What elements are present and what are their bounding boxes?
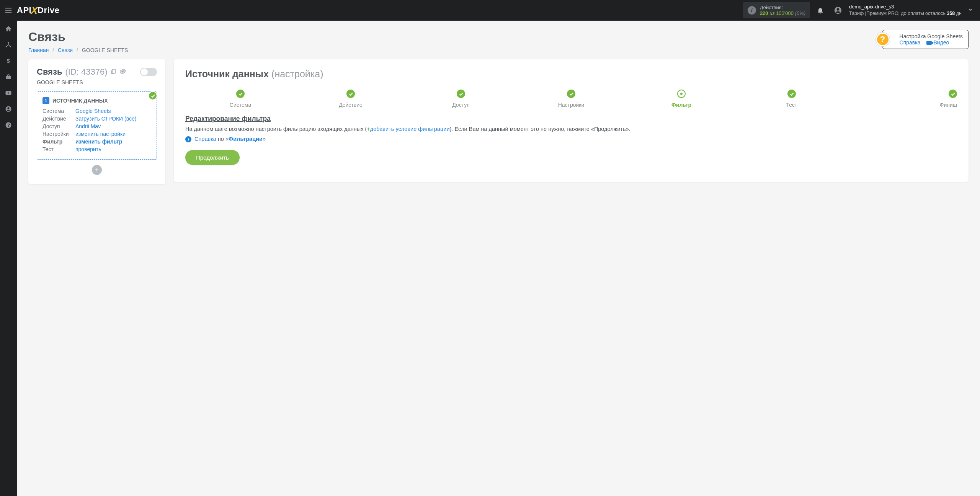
info-row: ДействиеЗагрузить СТРОКИ (все): [42, 116, 151, 122]
svg-point-5: [8, 42, 9, 43]
connection-subtitle: GOOGLE SHEETS: [37, 79, 157, 85]
logo-api: API: [17, 5, 31, 15]
svg-text:?: ?: [7, 123, 10, 127]
main-title: Источник данных (настройка): [185, 69, 957, 80]
step-current-icon: [677, 90, 686, 98]
source-box: 1 ИСТОЧНИК ДАННЫХ СистемаGoogle SheetsДе…: [37, 91, 157, 160]
user-tariff: Тариф |Премиум PRO| до оплаты осталось 3…: [849, 10, 962, 16]
step-label: Действие: [296, 102, 406, 108]
section-description: На данном шаге возможно настроить фильтр…: [185, 125, 957, 134]
plus-icon: +: [367, 126, 370, 132]
svg-rect-1: [5, 10, 12, 11]
svg-rect-16: [113, 69, 116, 73]
info-label: Система: [42, 108, 75, 114]
page-title: Связь: [28, 30, 128, 44]
step-label: Настройки: [516, 102, 626, 108]
info-row: Фильтризменить фильтр: [42, 139, 151, 145]
info-value-link[interactable]: Загрузить СТРОКИ (все): [75, 116, 136, 122]
svg-rect-9: [6, 76, 11, 79]
step-финиш[interactable]: Финиш: [847, 90, 957, 108]
step-настройки[interactable]: Настройки: [516, 90, 626, 108]
logo-x-icon: X: [31, 5, 39, 16]
step-доступ[interactable]: Доступ: [406, 90, 516, 108]
step-действие[interactable]: Действие: [296, 90, 406, 108]
notifications-icon[interactable]: [813, 7, 828, 14]
step-label: Система: [185, 102, 296, 108]
user-menu[interactable]: demo_apix-drive_s3 Тариф |Премиум PRO| д…: [831, 4, 976, 16]
actions-pct: (0%): [795, 10, 805, 16]
connection-id: (ID: 43376): [65, 67, 107, 77]
step-label: Финиш: [847, 102, 957, 108]
info-value-link[interactable]: изменить настройки: [75, 131, 126, 137]
source-box-title: 1 ИСТОЧНИК ДАННЫХ: [42, 97, 151, 104]
main-card: Источник данных (настройка) СистемаДейст…: [174, 59, 969, 182]
filter-help-link[interactable]: Фильтрации: [229, 136, 263, 142]
add-destination-button[interactable]: +: [92, 165, 102, 175]
step-check-icon: [949, 90, 957, 98]
logo-drive: Drive: [38, 5, 60, 15]
copy-icon[interactable]: [110, 69, 116, 76]
step-label: Доступ: [406, 102, 516, 108]
info-value-link[interactable]: Andrii Mav: [75, 123, 101, 129]
actions-limit: 100'000: [776, 10, 794, 16]
section-title: Редактирование фильтра: [185, 115, 957, 123]
svg-point-4: [837, 8, 840, 11]
svg-text:$: $: [7, 57, 10, 64]
step-check-icon: [787, 90, 796, 98]
info-value-link[interactable]: изменить фильтр: [75, 139, 122, 145]
info-row: СистемаGoogle Sheets: [42, 108, 151, 114]
sidebar-billing[interactable]: $: [0, 53, 17, 69]
info-icon: i: [748, 6, 756, 15]
help-line: i Справка по «Фильтрации»: [185, 136, 957, 142]
connection-title: Связь: [37, 67, 62, 77]
sidebar-profile[interactable]: [0, 101, 17, 117]
sidebar-home[interactable]: [0, 21, 17, 37]
settings-icon[interactable]: [119, 68, 126, 76]
step-система[interactable]: Система: [185, 90, 296, 108]
breadcrumb-active: GOOGLE SHEETS: [82, 47, 128, 53]
sidebar-help[interactable]: ?: [0, 117, 17, 133]
help-box: ? Настройка Google Sheets Справка Видео: [882, 30, 969, 49]
sidebar-briefcase[interactable]: [0, 69, 17, 85]
step-check-icon: [346, 90, 355, 98]
connection-toggle[interactable]: [140, 68, 157, 76]
actions-count: 220: [760, 10, 768, 16]
sidebar: $ ?: [0, 21, 17, 193]
breadcrumb-home[interactable]: Главная: [28, 47, 49, 53]
info-value-link[interactable]: проверить: [75, 146, 101, 152]
info-label: Действие: [42, 116, 75, 122]
help-box-video-link[interactable]: Видео: [926, 39, 949, 46]
sidebar-video[interactable]: [0, 85, 17, 101]
info-row: ДоступAndrii Mav: [42, 123, 151, 129]
add-filter-link[interactable]: добавить условие фильтрации: [370, 126, 450, 132]
info-badge-icon: i: [185, 136, 191, 142]
sidebar-connections[interactable]: [0, 37, 17, 53]
video-icon: [926, 41, 932, 45]
logo[interactable]: APIXDrive: [17, 5, 60, 16]
info-row: Настройкиизменить настройки: [42, 131, 151, 137]
stepper: СистемаДействиеДоступНастройкиФильтрТест…: [185, 90, 957, 108]
breadcrumb-connections[interactable]: Связи: [58, 47, 73, 53]
question-badge-icon: ?: [876, 33, 890, 46]
help-box-title: Настройка Google Sheets: [900, 33, 963, 39]
help-box-reference-link[interactable]: Справка: [900, 39, 921, 46]
actions-label: Действия:: [760, 5, 805, 10]
info-label: Доступ: [42, 123, 75, 129]
step-фильтр[interactable]: Фильтр: [626, 90, 737, 108]
check-badge-icon: [148, 91, 157, 100]
step-label: Тест: [737, 102, 847, 108]
info-row: Тестпроверить: [42, 146, 151, 152]
step-check-icon: [457, 90, 465, 98]
info-value-link[interactable]: Google Sheets: [75, 108, 111, 114]
step-label: Фильтр: [626, 102, 737, 108]
user-name: demo_apix-drive_s3: [849, 4, 962, 10]
step-тест[interactable]: Тест: [737, 90, 847, 108]
reference-link[interactable]: Справка: [194, 136, 216, 142]
user-avatar-icon: [831, 7, 845, 14]
continue-button[interactable]: Продолжить: [185, 150, 240, 165]
badge-number: 1: [42, 97, 49, 104]
menu-toggle[interactable]: [0, 6, 17, 15]
info-label: Настройки: [42, 131, 75, 137]
actions-of: из: [769, 10, 774, 16]
svg-rect-0: [5, 8, 12, 9]
